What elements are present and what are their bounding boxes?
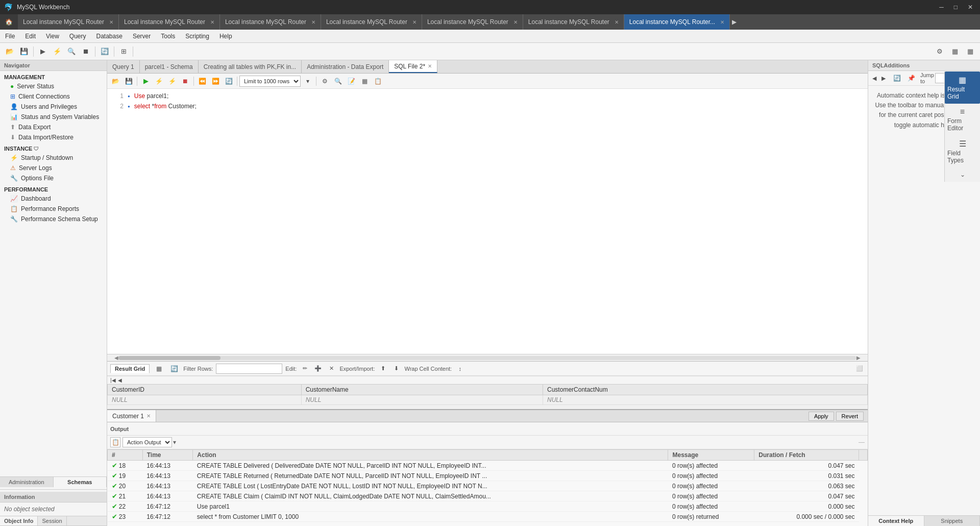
query-tab-create-tables[interactable]: Creating all tables with PK,FK in... xyxy=(199,60,302,73)
col-message[interactable]: Message xyxy=(668,450,754,461)
menu-query[interactable]: Query xyxy=(64,31,91,42)
layout-btn1[interactable]: ▦ xyxy=(948,45,962,58)
tab-administration[interactable]: Administration xyxy=(0,477,54,487)
sidebar-item-status-variables[interactable]: 📊 Status and System Variables xyxy=(0,112,107,122)
bottom-tab-close[interactable]: ✕ xyxy=(146,413,151,419)
instance-tab-2[interactable]: Local instance MySQL Router ✕ xyxy=(119,14,220,30)
stop-btn[interactable]: ⏹ xyxy=(79,45,92,58)
sidebar-item-data-export[interactable]: ⬆ Data Export xyxy=(0,122,107,132)
tab-close-1[interactable]: ✕ xyxy=(109,19,113,25)
nav-back-btn[interactable]: ◀ xyxy=(870,74,878,83)
menu-view[interactable]: View xyxy=(41,31,64,42)
col-header-customerid[interactable]: CustomerID xyxy=(108,385,302,395)
export-btn[interactable]: ⬆ xyxy=(378,364,388,374)
minimize-btn[interactable]: ─ xyxy=(936,3,947,12)
sql-toggle-btn[interactable]: 🔄 xyxy=(223,75,235,87)
settings-btn[interactable]: ⚙ xyxy=(933,45,946,58)
import-btn[interactable]: ⬇ xyxy=(391,364,401,374)
instance-tab-7[interactable]: Local instance MySQL Router... ✕ xyxy=(624,14,730,30)
tab-scroll-right[interactable]: ▶ xyxy=(730,14,739,30)
scroll-left-arrow[interactable]: ◀ xyxy=(114,355,118,361)
menu-scripting[interactable]: Scripting xyxy=(180,31,214,42)
tab-object-info[interactable]: Object Info xyxy=(0,516,38,525)
instance-tab-4[interactable]: Local instance MySQL Router ✕ xyxy=(321,14,422,30)
nav-forward-btn[interactable]: ▶ xyxy=(879,74,888,83)
refresh-btn[interactable]: 🔄 xyxy=(98,45,111,58)
sql-editor[interactable]: 1 ● Use parcel1; 2 ● select * from Custo… xyxy=(107,89,868,354)
result-toggle-btn[interactable]: ⬜ xyxy=(854,364,865,374)
sidebar-item-dashboard[interactable]: 📈 Dashboard xyxy=(0,194,107,204)
panel-resize-handle[interactable] xyxy=(859,442,865,443)
query-tab-sql-file2-close[interactable]: ✕ xyxy=(428,63,432,69)
sidebar-item-startup-shutdown[interactable]: ⚡ Startup / Shutdown xyxy=(0,153,107,163)
sidebar-item-client-connections[interactable]: ⊞ Client Connections xyxy=(0,91,107,102)
sidebar-item-data-import[interactable]: ⬇ Data Import/Restore xyxy=(0,132,107,142)
result-refresh-btn[interactable]: 🔄 xyxy=(168,363,180,375)
form-editor-btn[interactable]: ≡ Form Editor xyxy=(945,104,980,135)
sql-run-line-btn[interactable]: ⚡ xyxy=(153,75,165,87)
tab-close-7[interactable]: ✕ xyxy=(720,19,724,25)
wrap-btn[interactable]: ↕ xyxy=(455,364,465,374)
instance-tab-6[interactable]: Local instance MySQL Router ✕ xyxy=(523,14,624,30)
nav-prev-btn[interactable]: ◀ xyxy=(117,377,123,383)
save-btn[interactable]: 💾 xyxy=(17,45,31,58)
col-duration[interactable]: Duration / Fetch xyxy=(754,450,859,461)
sql-forward-btn[interactable]: ⏩ xyxy=(209,75,222,87)
edit-add-btn[interactable]: ➕ xyxy=(313,364,323,374)
scroll-right-arrow[interactable]: ▶ xyxy=(856,355,861,361)
sql-refresh-btn[interactable]: ⏪ xyxy=(196,75,208,87)
tab-close-3[interactable]: ✕ xyxy=(311,19,315,25)
edit-del-btn[interactable]: ✕ xyxy=(326,364,336,374)
maximize-btn[interactable]: □ xyxy=(951,3,961,12)
filter-rows-input[interactable] xyxy=(216,364,282,374)
query-tab-admin-export[interactable]: Administration - Data Export xyxy=(302,60,389,73)
action-output-select[interactable]: Action Output xyxy=(122,437,172,447)
sql-action2-btn[interactable]: ▦ xyxy=(358,75,371,87)
field-types-btn[interactable]: ☰ Field Types xyxy=(945,135,980,168)
result-grid-tab[interactable]: Result Grid xyxy=(110,364,150,373)
nav-first-btn[interactable]: |◀ xyxy=(109,377,117,383)
tab-close-6[interactable]: ✕ xyxy=(615,19,619,25)
instance-tab-1[interactable]: Local instance MySQL Router ✕ xyxy=(18,14,119,30)
close-btn[interactable]: ✕ xyxy=(965,3,976,12)
editor-hscrollbar[interactable]: ◀ ▶ xyxy=(107,354,868,361)
sidebar-item-performance-reports[interactable]: 📋 Performance Reports xyxy=(0,204,107,214)
tab-schemas[interactable]: Schemas xyxy=(54,477,107,487)
sql-run-btn[interactable]: ▶ xyxy=(139,75,152,87)
sql-save-btn[interactable]: 💾 xyxy=(122,75,135,87)
layout-btn2[interactable]: ▦ xyxy=(964,45,977,58)
sql-open-btn[interactable]: 📂 xyxy=(109,75,121,87)
revert-btn[interactable]: Revert xyxy=(836,412,864,421)
scroll-down-btn[interactable]: ⌄ xyxy=(945,168,980,182)
edit-pencil-btn[interactable]: ✏ xyxy=(300,364,310,374)
toggle-btn[interactable]: ⊞ xyxy=(117,45,130,58)
menu-help[interactable]: Help xyxy=(214,31,237,42)
bottom-tab-customer1[interactable]: Customer 1 ✕ xyxy=(107,410,156,422)
instance-tab-5[interactable]: Local instance MySQL Router ✕ xyxy=(422,14,523,30)
col-hash[interactable]: # xyxy=(108,450,143,461)
sql-run-sel-btn[interactable]: ⚡ xyxy=(166,75,178,87)
sidebar-item-server-status[interactable]: ● Server Status xyxy=(0,81,107,91)
pin-icon-btn[interactable]: 📌 xyxy=(905,72,917,84)
query-tab-parcel-schema[interactable]: parcel1 - Schema xyxy=(140,60,199,73)
sidebar-item-performance-schema[interactable]: 🔧 Performance Schema Setup xyxy=(0,214,107,224)
result-grid-icon-btn[interactable]: ▦ xyxy=(153,363,165,375)
sidebar-item-server-logs[interactable]: ⚠ Server Logs xyxy=(0,163,107,173)
menu-file[interactable]: File xyxy=(0,31,20,42)
col-time[interactable]: Time xyxy=(142,450,193,461)
new-file-btn[interactable]: 📂 xyxy=(3,45,16,58)
snippets-tab[interactable]: Snippets xyxy=(924,516,981,526)
query-tab-sql-file2[interactable]: SQL File 2* ✕ xyxy=(389,60,437,73)
tab-close-2[interactable]: ✕ xyxy=(210,19,214,25)
tab-session[interactable]: Session xyxy=(38,516,66,525)
scroll-thumb[interactable] xyxy=(118,356,220,360)
result-grid-view-btn[interactable]: ▦ Result Grid xyxy=(945,71,980,104)
run-line-btn[interactable]: ⚡ xyxy=(51,45,64,58)
run-btn[interactable]: ▶ xyxy=(36,45,50,58)
menu-edit[interactable]: Edit xyxy=(20,31,41,42)
home-tab[interactable]: 🏠 xyxy=(0,14,18,30)
apply-btn[interactable]: Apply xyxy=(808,412,834,421)
scroll-track[interactable] xyxy=(118,356,856,360)
limit-dropdown-btn[interactable]: ▾ xyxy=(302,75,314,87)
explain-btn[interactable]: 🔍 xyxy=(65,45,78,58)
